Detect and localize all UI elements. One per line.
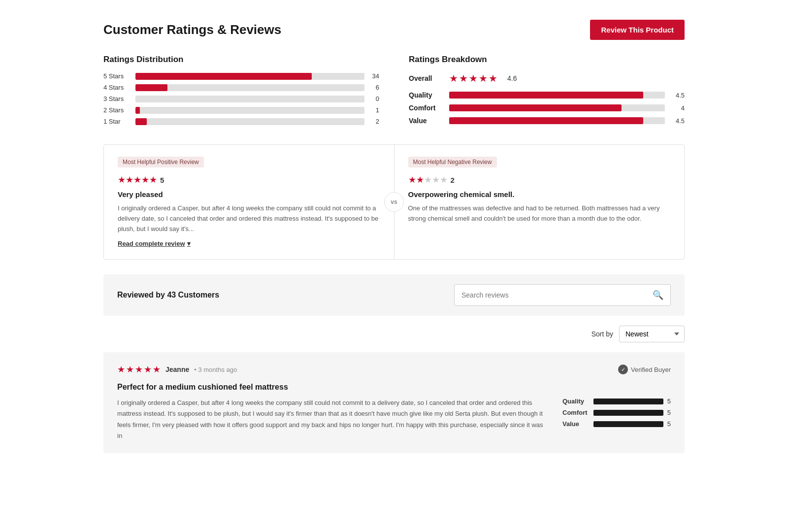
mini-bar-bg <box>593 399 663 404</box>
positive-star-0: ★ <box>118 175 126 185</box>
distribution-row: 5 Stars 34 <box>103 72 379 80</box>
vs-label: vs <box>384 192 404 212</box>
distribution-row: 3 Stars 0 <box>103 95 379 102</box>
reviewer-star-4: ★ <box>153 364 161 375</box>
mini-rating-row: Comfort 5 <box>562 409 671 416</box>
negative-star-count: 2 <box>451 176 455 184</box>
breakdown-cat-score: 4.5 <box>671 92 685 99</box>
distribution-row: 2 Stars 1 <box>103 106 379 114</box>
reviewer-info: ★★★★★ Jeanne • 3 months ago <box>117 364 237 375</box>
mini-rating-label: Value <box>562 420 590 428</box>
dist-count: 0 <box>369 95 379 102</box>
review-card-title: Perfect for a medium cushioned feel matt… <box>117 383 671 392</box>
breakdown-cat-label: Quality <box>409 91 443 99</box>
dist-label: 3 Stars <box>103 95 131 102</box>
breakdown-category-row: Value 4.5 <box>409 117 685 125</box>
dist-label: 2 Stars <box>103 106 131 114</box>
negative-badge: Most Helpful Negative Review <box>408 157 497 167</box>
breakdown-cat-score: 4.5 <box>671 117 685 125</box>
dist-count: 34 <box>369 72 379 80</box>
dist-count: 2 <box>369 118 379 125</box>
dist-label: 4 Stars <box>103 84 131 91</box>
mini-bar-bg <box>593 410 663 416</box>
dist-bar-fill <box>135 73 312 80</box>
distribution-row: 1 Star 2 <box>103 118 379 125</box>
negative-star-0: ★ <box>408 175 416 185</box>
negative-review-panel: Most Helpful Negative Review ★★★★★ 2 Ove… <box>394 145 685 259</box>
negative-stars: ★★★★★ <box>408 174 448 185</box>
dist-count: 1 <box>369 106 379 114</box>
negative-star-4: ★ <box>440 175 448 185</box>
distribution-row: 4 Stars 6 <box>103 84 379 91</box>
positive-star-1: ★ <box>126 175 133 185</box>
read-complete-review-link[interactable]: Read complete review ▾ <box>118 240 380 247</box>
search-input[interactable] <box>455 286 646 304</box>
dist-bar-bg <box>135 107 364 114</box>
positive-stars: ★★★★★ <box>118 174 157 185</box>
breakdown-bar-fill <box>449 104 622 111</box>
reviewer-star-1: ★ <box>126 364 134 375</box>
review-card-header: ★★★★★ Jeanne • 3 months ago ✓ Verified B… <box>117 364 671 375</box>
breakdown-category-row: Comfort 4 <box>409 104 685 112</box>
dist-label: 5 Stars <box>103 72 131 80</box>
review-card-body: I originally ordered a Casper, but after… <box>117 398 671 441</box>
negative-review-text: One of the mattresses was defective and … <box>408 203 671 224</box>
review-card-ratings: Quality 5 Comfort 5 Value 5 <box>562 398 671 441</box>
dist-bar-fill <box>135 118 147 125</box>
dist-bar-bg <box>135 96 364 102</box>
dist-bar-bg <box>135 84 364 91</box>
positive-star-2: ★ <box>133 175 141 185</box>
positive-review-title: Very pleased <box>118 190 380 199</box>
overall-label: Overall <box>409 74 443 82</box>
reviewer-star-0: ★ <box>117 364 125 375</box>
reviewer-stars: ★★★★★ <box>117 364 161 375</box>
breakdown-bar-bg <box>449 117 665 124</box>
mini-rating-row: Quality 5 <box>562 398 671 405</box>
dist-bar-fill <box>135 107 140 114</box>
verified-badge: ✓ Verified Buyer <box>618 365 671 374</box>
sort-select[interactable]: NewestOldestHighest RatedLowest RatedMos… <box>619 326 685 342</box>
mini-rating-score: 5 <box>667 420 671 428</box>
breakdown-cat-score: 4 <box>671 104 685 112</box>
breakdown-title: Ratings Breakdown <box>409 55 685 65</box>
reviewer-star-2: ★ <box>135 364 143 375</box>
search-button[interactable]: 🔍 <box>646 285 670 305</box>
reviewer-name: Jeanne <box>165 366 189 373</box>
dist-bar-bg <box>135 118 364 125</box>
reviewer-date: • 3 months ago <box>194 366 237 373</box>
mini-bar-bg <box>593 421 663 427</box>
negative-star-1: ★ <box>416 175 424 185</box>
reviewed-by-count: Reviewed by 43 Customers <box>117 291 219 299</box>
negative-review-title: Overpowering chemical smell. <box>408 190 671 199</box>
dist-count: 6 <box>369 84 379 91</box>
breakdown-bar-bg <box>449 104 665 111</box>
mini-rating-score: 5 <box>667 398 671 405</box>
positive-review-panel: Most Helpful Positive Review ★★★★★ 5 Ver… <box>104 145 394 259</box>
breakdown-bar-bg <box>449 92 665 99</box>
overall-score: 4.6 <box>507 74 517 82</box>
positive-review-text: I originally ordered a Casper, but after… <box>118 203 380 234</box>
overall-stars: ★ ★ ★ ★ ★ <box>449 72 497 84</box>
review-card-text: I originally ordered a Casper, but after… <box>117 398 548 441</box>
sort-label: Sort by <box>591 330 613 338</box>
mini-rating-label: Quality <box>562 398 590 405</box>
mini-rating-score: 5 <box>667 409 671 416</box>
positive-star-count: 5 <box>160 176 164 184</box>
dist-bar-bg <box>135 73 364 80</box>
positive-star-3: ★ <box>141 175 149 185</box>
breakdown-cat-label: Comfort <box>409 104 443 112</box>
mini-rating-label: Comfort <box>562 409 590 416</box>
negative-star-2: ★ <box>424 175 432 185</box>
negative-star-3: ★ <box>432 175 440 185</box>
search-box: 🔍 <box>454 284 671 306</box>
verified-icon: ✓ <box>618 365 628 374</box>
review-card: ★★★★★ Jeanne • 3 months ago ✓ Verified B… <box>103 352 685 453</box>
breakdown-category-row: Quality 4.5 <box>409 91 685 99</box>
reviewer-star-3: ★ <box>144 364 152 375</box>
positive-badge: Most Helpful Positive Review <box>118 157 204 167</box>
mini-rating-row: Value 5 <box>562 420 671 428</box>
dist-bar-fill <box>135 84 167 91</box>
dist-label: 1 Star <box>103 118 131 125</box>
verified-label: Verified Buyer <box>631 366 671 373</box>
review-product-button[interactable]: Review This Product <box>590 20 685 40</box>
